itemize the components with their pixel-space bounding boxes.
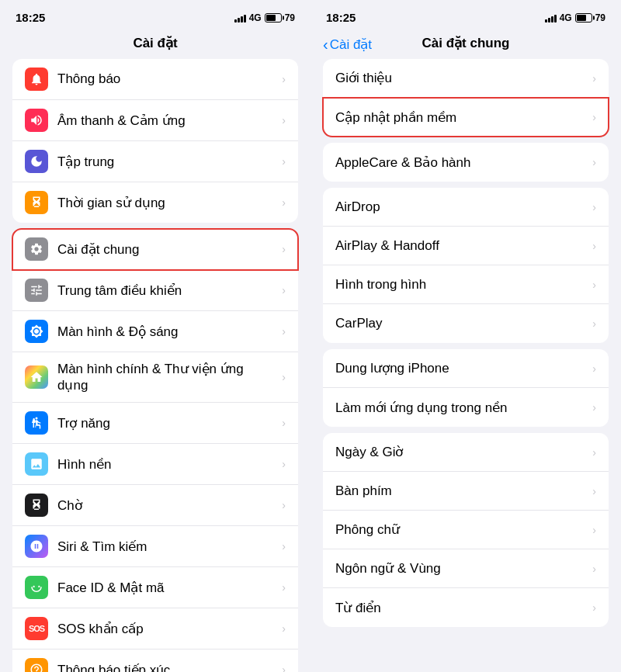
chevron-icon: › (282, 499, 286, 511)
moon-icon (25, 150, 48, 173)
airplay-label: AirPlay & Handoff (335, 238, 586, 254)
group-applecare: AppleCare & Bảo hành › (323, 143, 609, 182)
item-hinh-trong-hinh[interactable]: Hình trong hình › (323, 265, 609, 304)
item-airplay[interactable]: AirPlay & Handoff › (323, 227, 609, 265)
carplay-label: CarPlay (335, 316, 586, 331)
item-man-hinh-chinh[interactable]: Màn hình chính & Thư viện ứng dụng › (12, 352, 298, 403)
man-hinh-chinh-label: Màn hình chính & Thư viện ứng dụng (57, 361, 276, 393)
item-face-id[interactable]: Face ID & Mật mã › (12, 567, 298, 608)
ngon-ngu-label: Ngôn ngữ & Vùng (335, 560, 586, 577)
item-siri[interactable]: Siri & Tìm kiếm › (12, 526, 298, 567)
chevron-icon: › (282, 284, 286, 296)
item-trung-tam[interactable]: Trung tâm điều khiển › (12, 270, 298, 311)
am-thanh-label: Âm thanh & Cảm ứng (57, 113, 276, 129)
right-panel: 18:25 4G 79 ‹ Cài đặt Cài đặt chung (310, 0, 621, 672)
item-carplay[interactable]: CarPlay › (323, 304, 609, 343)
left-panel: 18:25 4G 79 Cài đặt Thông b (0, 0, 310, 672)
chevron-icon: › (282, 325, 286, 338)
status-icons-right: 4G 79 (545, 12, 605, 23)
chevron-icon: › (592, 446, 596, 459)
item-ngon-ngu[interactable]: Ngôn ngữ & Vùng › (323, 549, 609, 588)
item-man-hinh[interactable]: Màn hình & Độ sáng › (12, 311, 298, 352)
chevron-icon: › (592, 201, 596, 213)
accessibility-icon (25, 411, 48, 435)
chevron-icon: › (592, 485, 596, 497)
nav-header-left: Cài đặt (0, 29, 310, 59)
status-icons-left: 4G 79 (234, 12, 295, 23)
item-phong-chu[interactable]: Phông chữ › (323, 511, 609, 549)
sos-icon: SOS (25, 617, 48, 640)
svg-point-0 (36, 417, 38, 420)
chevron-icon: › (592, 111, 596, 123)
chevron-icon: › (592, 72, 596, 85)
chevron-icon: › (592, 401, 596, 414)
time-left: 18:25 (16, 11, 45, 24)
group-datetime: Ngày & Giờ › Bàn phím › Phông chữ › Ngôn… (323, 433, 609, 627)
trung-tam-label: Trung tâm điều khiển (57, 282, 276, 299)
contact-notify-icon (25, 658, 48, 672)
cai-dat-chung-label: Cài đặt chung (57, 241, 276, 258)
ngay-gio-label: Ngày & Giờ (335, 444, 586, 460)
status-bar-left: 18:25 4G 79 (0, 0, 310, 29)
item-ban-phim[interactable]: Bàn phím › (323, 472, 609, 511)
battery-label-left: 79 (285, 12, 295, 23)
group-notifications: Thông báo › Âm thanh & Cảm ứng › Tập tru… (12, 59, 298, 223)
chevron-icon: › (592, 601, 596, 614)
group-top: Giới thiệu › Cập nhật phần mềm › (323, 59, 609, 137)
lam-moi-label: Làm mới ứng dụng trong nền (335, 400, 586, 416)
chevron-icon: › (592, 524, 596, 536)
sos-label: SOS khẩn cấp (57, 621, 276, 637)
cap-nhat-label: Cập nhật phần mềm (335, 109, 586, 126)
item-gioi-thieu[interactable]: Giới thiệu › (323, 59, 609, 98)
item-applecare[interactable]: AppleCare & Bảo hành › (323, 143, 609, 182)
chevron-icon: › (282, 371, 286, 383)
item-cai-dat-chung[interactable]: Cài đặt chung › (12, 229, 298, 270)
bell-icon (25, 68, 48, 91)
network-label-left: 4G (249, 12, 262, 23)
battery-icon-left (265, 13, 282, 23)
item-am-thanh[interactable]: Âm thanh & Cảm ứng › (12, 100, 298, 141)
cho-label: Chờ (57, 497, 276, 514)
item-sos[interactable]: SOS SOS khẩn cấp › (12, 608, 298, 649)
thong-bao-label: Thông báo (57, 71, 276, 87)
network-label-right: 4G (560, 12, 572, 23)
siri-icon (25, 535, 48, 558)
chevron-icon: › (282, 73, 286, 85)
face-id-label: Face ID & Mật mã (57, 580, 276, 596)
nav-header-right: ‹ Cài đặt Cài đặt chung (310, 29, 621, 59)
item-airdrop[interactable]: AirDrop › (323, 188, 609, 227)
chevron-icon: › (282, 155, 286, 168)
item-hinh-nen[interactable]: Hình nền › (12, 444, 298, 485)
chevron-icon: › (592, 156, 596, 168)
chevron-icon: › (592, 563, 596, 575)
item-ngay-gio[interactable]: Ngày & Giờ › (323, 433, 609, 472)
group-storage: Dung lượng iPhone › Làm mới ứng dụng tro… (323, 349, 609, 427)
phong-chu-label: Phông chữ (335, 521, 586, 538)
item-tro-nang[interactable]: Trợ năng › (12, 403, 298, 444)
group-airdrop: AirDrop › AirPlay & Handoff › Hình trong… (323, 188, 609, 343)
battery-label-right: 79 (595, 12, 605, 23)
chevron-icon: › (282, 243, 286, 255)
sound-icon (25, 109, 48, 132)
chevron-icon: › (282, 622, 286, 635)
airdrop-label: AirDrop (335, 199, 586, 215)
item-thong-bao-tiep-xuc[interactable]: Thông báo tiếp xúc › (12, 649, 298, 672)
hourglass-icon (25, 191, 48, 214)
item-tap-trung[interactable]: Tập trung › (12, 141, 298, 182)
item-tu-dien[interactable]: Từ điển › (323, 588, 609, 627)
back-button[interactable]: ‹ Cài đặt (323, 36, 372, 52)
item-thong-bao[interactable]: Thông báo › (12, 59, 298, 100)
item-dung-luong[interactable]: Dung lượng iPhone › (323, 349, 609, 388)
item-lam-moi[interactable]: Làm mới ứng dụng trong nền › (323, 388, 609, 427)
back-label: Cài đặt (330, 36, 372, 52)
chevron-icon: › (592, 279, 596, 291)
page-title-right: Cài đặt chung (422, 35, 510, 51)
group-general: Cài đặt chung › Trung tâm điều khiển › M… (12, 229, 298, 672)
thong-bao-tiep-xuc-label: Thông báo tiếp xúc (57, 662, 276, 673)
wallpaper-icon (25, 452, 48, 476)
brightness-icon (25, 320, 48, 343)
item-cho[interactable]: Chờ › (12, 485, 298, 526)
applecare-label: AppleCare & Bảo hành (335, 154, 586, 171)
item-thoi-gian[interactable]: Thời gian sử dụng › (12, 182, 298, 223)
item-cap-nhat[interactable]: Cập nhật phần mềm › (323, 98, 609, 137)
